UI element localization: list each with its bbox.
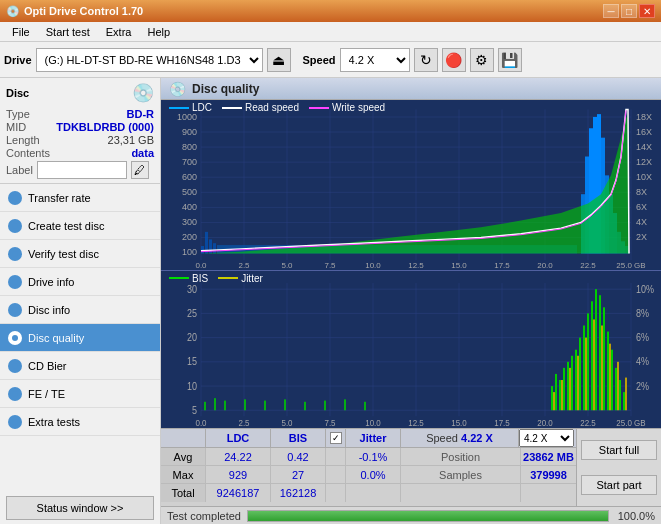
nav-dot (8, 359, 22, 373)
stats-total-ldc: 9246187 (206, 484, 271, 502)
stats-header-bis: BIS (271, 429, 326, 447)
nav-create-test-disc[interactable]: Create test disc (0, 212, 160, 240)
svg-rect-114 (264, 400, 266, 410)
titlebar-left: 💿 Opti Drive Control 1.70 (6, 5, 143, 18)
svg-rect-127 (579, 337, 581, 410)
sidebar: Disc 💿 Type BD-R MID TDKBLDRBD (000) Len… (0, 78, 161, 524)
nav-label: Drive info (28, 276, 74, 288)
nav-fe-te[interactable]: FE / TE (0, 380, 160, 408)
nav-drive-info[interactable]: Drive info (0, 268, 160, 296)
nav-label: Create test disc (28, 220, 104, 232)
legend-ldc-color (169, 107, 189, 109)
svg-text:5.0: 5.0 (281, 261, 293, 270)
nav-disc-quality[interactable]: Disc quality (0, 324, 160, 352)
close-button[interactable]: ✕ (639, 4, 655, 18)
stats-area: LDC BIS ✓ Jitter Speed 4.22 X 4.2 X Avg (161, 428, 661, 506)
speed-select[interactable]: 4.2 X (340, 48, 410, 72)
progress-area: Test completed 100.0% (161, 506, 661, 524)
legend-write: Write speed (309, 102, 385, 113)
disc-label-input[interactable] (37, 161, 127, 179)
stats-header-blank (161, 429, 206, 447)
svg-rect-128 (583, 325, 585, 410)
toolbar: Drive (G:) HL-DT-ST BD-RE WH16NS48 1.D3 … (0, 42, 661, 78)
charts-area: LDC Read speed Write speed (161, 100, 661, 428)
nav-label: Disc info (28, 304, 70, 316)
jitter-checkbox[interactable]: ✓ (330, 432, 342, 444)
nav-dot (8, 387, 22, 401)
svg-text:7.5: 7.5 (324, 261, 335, 270)
stats-total-label: Total (161, 484, 206, 502)
refresh-icon[interactable]: ↻ (414, 48, 438, 72)
nav-dot (8, 275, 22, 289)
svg-text:500: 500 (182, 187, 197, 197)
status-window-button[interactable]: Status window >> (6, 496, 154, 520)
legend-read-label: Read speed (245, 102, 299, 113)
svg-text:25.0 GB: 25.0 GB (616, 417, 645, 428)
menu-extra[interactable]: Extra (98, 25, 140, 39)
svg-text:30: 30 (187, 283, 197, 295)
start-part-button[interactable]: Start part (581, 475, 657, 495)
disc-panel: Disc 💿 Type BD-R MID TDKBLDRBD (000) Len… (0, 78, 160, 184)
stats-header-check: ✓ (326, 429, 346, 447)
chart-ldc: LDC Read speed Write speed (161, 100, 661, 271)
stats-header-ldc: LDC (206, 429, 271, 447)
disc-type-row: Type BD-R (6, 108, 154, 120)
svg-rect-140 (561, 380, 563, 410)
svg-text:1000: 1000 (177, 112, 197, 122)
nav-dot (8, 331, 22, 345)
legend-write-label: Write speed (332, 102, 385, 113)
stats-header-speed: Speed 4.22 X (401, 429, 519, 447)
maximize-button[interactable]: □ (621, 4, 637, 18)
svg-text:10.0: 10.0 (365, 417, 381, 428)
eject-icon[interactable]: ⏏ (267, 48, 291, 72)
legend-read: Read speed (222, 102, 299, 113)
nav-disc-info[interactable]: Disc info (0, 296, 160, 324)
disc-label-browse[interactable]: 🖊 (131, 161, 149, 179)
nav-transfer-rate[interactable]: Transfer rate (0, 184, 160, 212)
svg-text:12X: 12X (636, 157, 652, 167)
svg-rect-135 (611, 349, 613, 410)
svg-text:12.5: 12.5 (408, 261, 424, 270)
svg-text:300: 300 (182, 218, 197, 228)
stats-max-ldc: 929 (206, 466, 271, 483)
save-icon[interactable]: 💾 (498, 48, 522, 72)
svg-rect-113 (244, 399, 246, 410)
speed-label: Speed (303, 54, 336, 66)
svg-rect-134 (607, 331, 609, 410)
burn-icon[interactable]: 🔴 (442, 48, 466, 72)
stats-max-row: Max 929 27 0.0% Samples 379998 (161, 466, 576, 484)
start-full-button[interactable]: Start full (581, 440, 657, 460)
svg-text:15: 15 (187, 355, 197, 367)
svg-text:20: 20 (187, 331, 197, 343)
svg-rect-124 (567, 361, 569, 409)
disc-quality-header: 💿 Disc quality (161, 78, 661, 100)
svg-rect-117 (324, 400, 326, 410)
nav-label: FE / TE (28, 388, 65, 400)
menu-file[interactable]: File (4, 25, 38, 39)
stats-max-jitter: 0.0% (346, 466, 401, 483)
svg-text:17.5: 17.5 (494, 261, 510, 270)
disc-contents-row: Contents data (6, 147, 154, 159)
svg-text:800: 800 (182, 142, 197, 152)
menu-start-test[interactable]: Start test (38, 25, 98, 39)
svg-text:6%: 6% (636, 331, 649, 343)
stats-avg-ldc: 24.22 (206, 448, 271, 465)
disc-length-value: 23,31 GB (108, 134, 154, 146)
nav-extra-tests[interactable]: Extra tests (0, 408, 160, 436)
nav-cd-bier[interactable]: CD Bier (0, 352, 160, 380)
settings-icon[interactable]: ⚙ (470, 48, 494, 72)
disc-mid-row: MID TDKBLDRBD (000) (6, 121, 154, 133)
svg-rect-122 (559, 380, 561, 410)
drive-select[interactable]: (G:) HL-DT-ST BD-RE WH16NS48 1.D3 (36, 48, 263, 72)
disc-mid-label: MID (6, 121, 26, 133)
minimize-button[interactable]: ─ (603, 4, 619, 18)
svg-rect-55 (213, 243, 216, 253)
nav-verify-test-disc[interactable]: Verify test disc (0, 240, 160, 268)
svg-text:10: 10 (187, 379, 197, 391)
stats-speed-val: 4.22 X (461, 432, 493, 444)
stats-speed-select[interactable]: 4.2 X (519, 429, 574, 447)
menu-help[interactable]: Help (139, 25, 178, 39)
stats-buttons: Start full Start part (576, 429, 661, 506)
svg-rect-131 (595, 289, 597, 410)
stats-max-bis: 27 (271, 466, 326, 483)
